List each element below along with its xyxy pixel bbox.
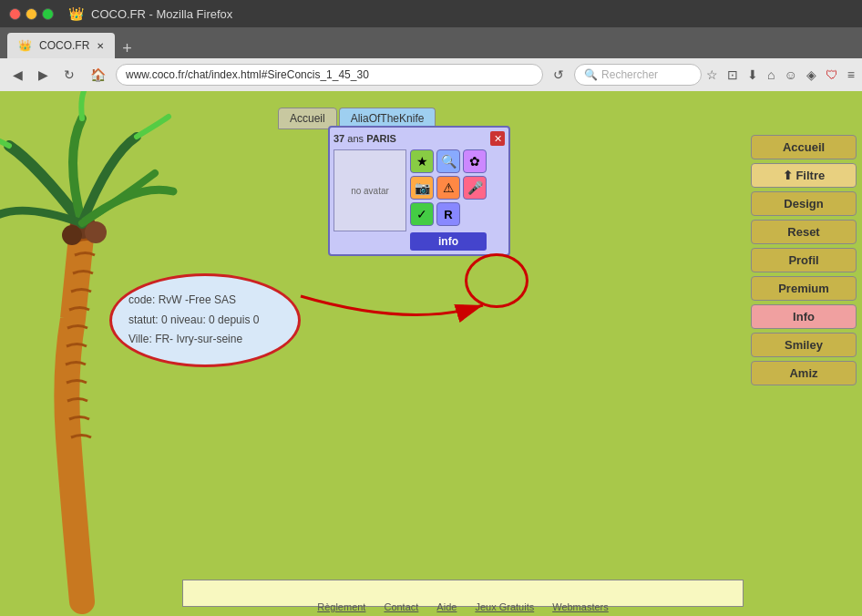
nav-bar: ◀ ▶ ↻ 🏠 www.coco.fr/chat/index.html#Sire… [0,58,862,91]
shield-icon[interactable]: 🛡 [826,67,838,82]
sidebar-reset[interactable]: Reset [751,220,857,244]
r-icon[interactable]: R [436,202,460,226]
popup-city: PARIS [366,133,396,144]
icon-row-1: ★ 🔍 ✿ [410,149,487,173]
sidebar-profil[interactable]: Profil [751,248,857,272]
home-button[interactable]: 🏠 [85,64,111,86]
url-text: www.coco.fr/chat/index.html#SireConcis_1… [126,68,369,81]
back-button[interactable]: ◀ [7,64,28,86]
icon-row-3: ✓ R [410,202,487,226]
forward-button[interactable]: ▶ [33,64,54,86]
reload-button[interactable]: ↻ [58,64,80,86]
address-bar[interactable]: www.coco.fr/chat/index.html#SireConcis_1… [116,64,543,86]
sidebar-accueil[interactable]: Accueil [751,135,857,159]
flower-icon[interactable]: ✿ [463,149,487,173]
popup-age: 37 [334,133,344,144]
svg-point-2 [62,225,82,245]
sidebar-filtre[interactable]: ⬆ Filtre [751,163,857,188]
menu-icon1[interactable]: ⊡ [727,67,738,82]
bookmark-icon[interactable]: ☆ [706,67,718,82]
pocket-icon[interactable]: ◈ [806,67,816,82]
profile-popup: 37 ans PARIS ✕ no avatar ★ 🔍 ✿ 📷 ⚠ 🎤 [328,126,510,256]
footer-reglement[interactable]: Règlement [317,601,365,612]
tab-close-icon[interactable]: ✕ [97,41,104,51]
tab-favicon: 👑 [18,39,32,52]
popup-age-city: 37 ans PARIS [334,133,396,144]
face-icon[interactable]: ☺ [785,67,797,82]
window-title: COCO.FR - Mozilla Firefox [91,7,232,21]
info-line1: code: RvW -Free SAS [128,291,282,311]
avatar-text: no avatar [351,186,389,196]
search-bar[interactable]: 🔍 Rechercher [574,64,702,86]
minimize-button[interactable] [26,8,37,20]
sidebar-design[interactable]: Design [751,191,857,216]
svg-point-1 [85,221,107,243]
icon-row-2: 📷 ⚠ 🎤 [410,176,487,200]
new-tab-button[interactable]: + [117,39,138,58]
sidebar: Accueil ⬆ Filtre Design Reset Profil Pre… [745,128,862,393]
footer-webmasters[interactable]: Webmasters [552,601,609,612]
hamburger-icon[interactable]: ≡ [847,67,855,82]
maximize-button[interactable] [42,8,54,20]
avatar-box: no avatar [334,149,406,231]
search-placeholder: Rechercher [601,68,658,81]
search-profile-icon[interactable]: 🔍 [436,149,460,173]
browser-tab[interactable]: 👑 COCO.FR ✕ [7,33,115,58]
house-icon[interactable]: ⌂ [767,67,775,82]
mic-icon[interactable]: 🎤 [463,176,487,200]
popup-header: 37 ans PARIS ✕ [334,131,505,146]
red-circle-annotation [465,253,528,308]
info-line3: Ville: FR- Ivry-sur-seine [128,330,282,350]
close-button[interactable] [9,8,21,20]
window-controls[interactable] [9,8,54,20]
title-bar: 👑 COCO.FR - Mozilla Firefox [0,0,862,27]
browser-icon: 👑 [68,6,84,21]
download-icon[interactable]: ⬇ [747,67,758,82]
sidebar-info[interactable]: Info [751,304,857,329]
warn-icon[interactable]: ⚠ [436,176,460,200]
info-line2: statut: 0 niveau: 0 depuis 0 [128,311,282,331]
camera-icon[interactable]: 📷 [410,176,434,200]
sidebar-amiz[interactable]: Amiz [751,361,857,385]
sidebar-premium[interactable]: Premium [751,276,857,301]
sidebar-smiley[interactable]: Smiley [751,333,857,357]
popup-body: no avatar ★ 🔍 ✿ 📷 ⚠ 🎤 ✓ R info [334,149,505,251]
page-content: Accueil AliaOfTheKnife Accueil ⬆ Filtre … [0,91,862,616]
popup-close-button[interactable]: ✕ [490,131,505,146]
search-icon: 🔍 [584,68,598,81]
nav-icons: ☆ ⊡ ⬇ ⌂ ☺ ◈ 🛡 ≡ [706,67,855,82]
info-popup-button[interactable]: info [410,232,487,251]
page-footer: Règlement Contact Aide Jeux Gratuits Web… [182,598,744,616]
refresh-button[interactable]: ↺ [548,64,570,86]
popup-icons: ★ 🔍 ✿ 📷 ⚠ 🎤 ✓ R info [410,149,487,251]
check-icon[interactable]: ✓ [410,202,434,226]
browser-tab-bar: 👑 COCO.FR ✕ + [0,27,862,58]
footer-aide[interactable]: Aide [436,601,457,612]
footer-jeux[interactable]: Jeux Gratuits [475,601,534,612]
popup-age-label: ans [347,133,364,144]
footer-contact[interactable]: Contact [384,601,418,612]
star-icon[interactable]: ★ [410,149,434,173]
info-bubble: code: RvW -Free SAS statut: 0 niveau: 0 … [109,273,301,367]
tab-label: COCO.FR [39,39,89,52]
